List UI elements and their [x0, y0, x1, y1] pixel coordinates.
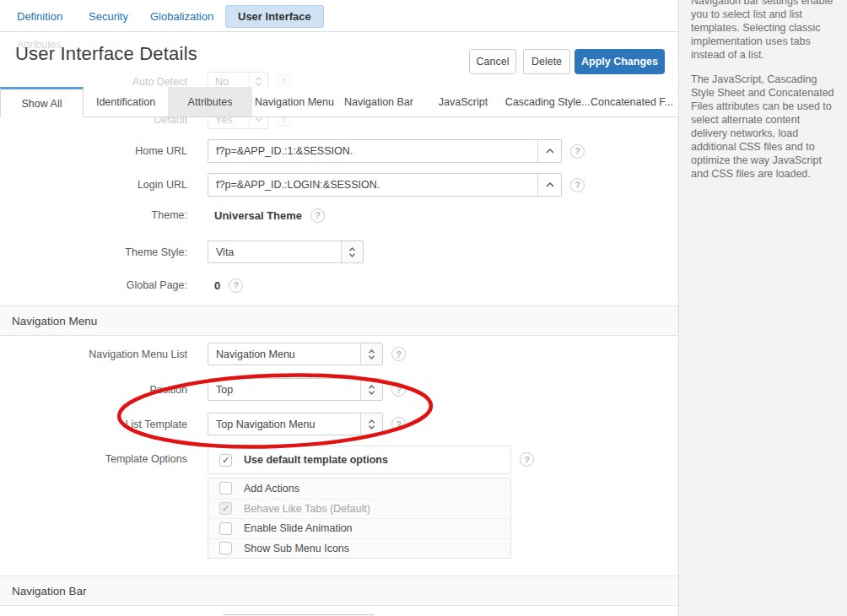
navigation-menu-section-title: Navigation Menu	[12, 315, 97, 327]
list-template-label: List Template	[0, 419, 197, 430]
page-header: Attributes User Interface Details Auto D…	[0, 32, 678, 87]
list-template-row: List Template Top Navigation Menu ?	[0, 413, 406, 435]
ghost-auto-detect-label: Auto Detect	[0, 76, 197, 88]
spinner-icon[interactable]	[360, 413, 382, 435]
position-select[interactable]: Top	[208, 378, 383, 401]
help-icon[interactable]: ?	[310, 208, 325, 223]
help-icon[interactable]: ?	[391, 417, 406, 431]
subtab-navigation-menu[interactable]: Navigation Menu	[252, 87, 337, 116]
help-icon[interactable]: ?	[391, 347, 406, 361]
login-url-row: Login URL f?p=&APP_ID.:LOGIN:&SESSION. ?	[0, 173, 585, 197]
template-options-group-row: Add Actions ✓ Behave Like Tabs (Default)…	[0, 478, 511, 559]
show-sub-menu-icons-label[interactable]: Show Sub Menu Icons	[244, 543, 349, 554]
tab-security[interactable]: Security	[89, 0, 128, 32]
spinner-icon[interactable]	[360, 379, 382, 400]
position-row: Position Top ?	[0, 378, 406, 401]
theme-label: Theme:	[0, 209, 197, 221]
option-enable-slide-animation[interactable]: Enable Slide Animation	[208, 518, 510, 538]
subtab-navigation-bar[interactable]: Navigation Bar	[337, 87, 421, 116]
behave-like-tabs-label: Behave Like Tabs (Default)	[244, 503, 370, 515]
navigation-menu-section-header: Navigation Menu	[0, 305, 678, 336]
chevron-up-icon[interactable]	[537, 140, 561, 162]
checkbox-behave-like-tabs-disabled: ✓	[219, 502, 232, 515]
option-add-actions[interactable]: Add Actions	[208, 478, 510, 499]
default-template-options-box: ✓ Use default template options	[208, 446, 511, 474]
tab-definition[interactable]: Definition	[17, 0, 62, 32]
global-page-row: Global Page: 0 ?	[0, 278, 243, 293]
enable-slide-animation-label[interactable]: Enable Slide Animation	[244, 522, 353, 534]
login-url-label: Login URL	[0, 179, 197, 191]
navigation-menu-list-select[interactable]: Navigation Menu	[208, 343, 383, 365]
app-tab-bar: Definition Security Globalization User I…	[0, 0, 678, 32]
page-title: User Interface Details	[15, 43, 197, 65]
theme-value: Universal Theme	[214, 209, 302, 222]
subtab-concatenated[interactable]: Concatenated F...	[590, 87, 674, 116]
form-content: Default Yes ? Home URL f?p=&APP_ID.:1:&S…	[0, 117, 678, 616]
checkbox-use-default-checked[interactable]: ✓	[219, 454, 232, 467]
subtab-bar: Show All Identification Attributes Navig…	[0, 87, 678, 117]
help-icon[interactable]: ?	[391, 382, 406, 397]
chevron-up-icon[interactable]	[537, 174, 561, 196]
theme-style-label: Theme Style:	[0, 246, 197, 258]
apply-changes-button[interactable]: Apply Changes	[575, 49, 665, 74]
checkbox-add-actions[interactable]	[219, 482, 232, 494]
subtab-attributes[interactable]: Attributes	[168, 87, 252, 116]
subtab-cascading-style[interactable]: Cascading Style...	[505, 87, 590, 116]
checkbox-show-sub-menu-icons[interactable]	[219, 542, 232, 554]
option-show-sub-menu-icons[interactable]: Show Sub Menu Icons	[208, 538, 510, 559]
main-column: Definition Security Globalization User I…	[0, 0, 678, 616]
theme-style-row: Theme Style: Vita	[0, 240, 364, 263]
help-icon[interactable]: ?	[520, 452, 534, 467]
home-url-row: Home URL f?p=&APP_ID.:1:&SESSION. ?	[0, 139, 585, 163]
position-label: Position	[0, 384, 197, 396]
checkbox-enable-slide-animation[interactable]	[219, 522, 232, 535]
template-options-group: Add Actions ✓ Behave Like Tabs (Default)…	[208, 478, 511, 559]
home-url-input[interactable]: f?p=&APP_ID.:1:&SESSION.	[208, 139, 562, 163]
template-options-row: Template Options ✓ Use default template …	[0, 446, 534, 474]
navigation-menu-list-label: Navigation Menu List	[0, 349, 197, 360]
navigation-bar-section-header: Navigation Bar	[0, 575, 678, 606]
tab-user-interface[interactable]: User Interface	[225, 5, 324, 28]
template-options-label: Template Options	[0, 446, 197, 465]
cancel-button[interactable]: Cancel	[469, 49, 516, 74]
navigation-menu-list-row: Navigation Menu List Navigation Menu ?	[0, 343, 406, 365]
help-paragraph: The JavaScript, Cascading Style Sheet an…	[691, 73, 835, 181]
global-page-label: Global Page:	[0, 279, 197, 291]
help-icon[interactable]: ?	[570, 144, 585, 159]
global-page-value: 0	[214, 279, 220, 292]
list-template-select[interactable]: Top Navigation Menu	[208, 413, 383, 435]
login-url-input[interactable]: f?p=&APP_ID.:LOGIN:&SESSION.	[208, 173, 562, 197]
subtab-show-all[interactable]: Show All	[0, 87, 84, 117]
help-paragraph: Navigation bar settings enable you to se…	[691, 0, 835, 62]
help-sidebar: Navigation bar settings enable you to se…	[678, 0, 847, 616]
theme-style-select[interactable]: Vita	[208, 240, 364, 263]
add-actions-label[interactable]: Add Actions	[244, 483, 299, 494]
delete-button[interactable]: Delete	[523, 49, 570, 74]
spinner-icon[interactable]	[341, 241, 363, 262]
option-behave-like-tabs[interactable]: ✓ Behave Like Tabs (Default)	[208, 499, 510, 519]
subtab-javascript[interactable]: JavaScript	[421, 87, 505, 116]
help-icon[interactable]: ?	[229, 278, 243, 293]
subtab-identification[interactable]: Identification	[84, 87, 168, 116]
theme-row: Theme: Universal Theme ?	[0, 208, 325, 223]
home-url-label: Home URL	[0, 145, 197, 157]
help-icon[interactable]: ?	[570, 178, 585, 192]
use-default-template-options-label[interactable]: Use default template options	[244, 454, 388, 466]
page: Definition Security Globalization User I…	[0, 0, 847, 616]
navigation-bar-section-title: Navigation Bar	[12, 585, 87, 597]
tab-globalization[interactable]: Globalization	[150, 0, 213, 32]
spinner-icon[interactable]	[360, 343, 382, 365]
